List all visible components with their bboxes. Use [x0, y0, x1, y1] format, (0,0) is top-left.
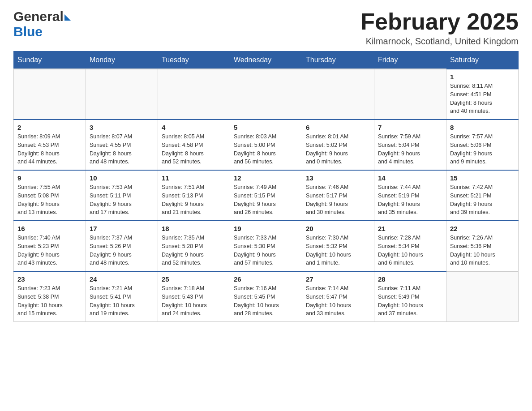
calendar-cell: 25Sunrise: 7:18 AMSunset: 5:43 PMDayligh… [158, 271, 230, 322]
day-number: 20 [306, 225, 370, 232]
day-info: Sunrise: 8:01 AMSunset: 5:02 PMDaylight:… [306, 133, 370, 166]
day-info: Sunrise: 8:07 AMSunset: 4:55 PMDaylight:… [90, 133, 154, 166]
calendar-cell: 10Sunrise: 7:53 AMSunset: 5:11 PMDayligh… [86, 170, 158, 221]
weekday-header-monday: Monday [86, 51, 158, 69]
day-number: 8 [450, 124, 515, 131]
calendar-cell: 22Sunrise: 7:26 AMSunset: 5:36 PMDayligh… [446, 221, 519, 271]
weekday-header-row: SundayMondayTuesdayWednesdayThursdayFrid… [14, 51, 519, 69]
calendar-cell: 3Sunrise: 8:07 AMSunset: 4:55 PMDaylight… [86, 120, 158, 170]
day-number: 24 [90, 275, 154, 283]
weekday-header-tuesday: Tuesday [158, 51, 230, 69]
day-info: Sunrise: 7:59 AMSunset: 5:04 PMDaylight:… [378, 133, 442, 166]
calendar-cell: 6Sunrise: 8:01 AMSunset: 5:02 PMDaylight… [302, 120, 374, 170]
day-number: 19 [234, 225, 298, 232]
calendar-cell: 18Sunrise: 7:35 AMSunset: 5:28 PMDayligh… [158, 221, 230, 271]
calendar-week-1: 1Sunrise: 8:11 AMSunset: 4:51 PMDaylight… [14, 69, 519, 120]
day-info: Sunrise: 7:55 AMSunset: 5:08 PMDaylight:… [17, 183, 82, 217]
day-number: 14 [378, 174, 442, 182]
calendar-cell: 24Sunrise: 7:21 AMSunset: 5:41 PMDayligh… [86, 271, 158, 322]
month-title: February 2025 [360, 9, 519, 34]
calendar-cell [374, 69, 446, 120]
day-number: 16 [17, 225, 82, 232]
day-number: 10 [90, 174, 154, 182]
calendar-cell [86, 69, 158, 120]
day-number: 4 [162, 124, 226, 131]
calendar-cell: 7Sunrise: 7:59 AMSunset: 5:04 PMDaylight… [374, 120, 446, 170]
calendar-cell: 11Sunrise: 7:51 AMSunset: 5:13 PMDayligh… [158, 170, 230, 221]
calendar-week-4: 16Sunrise: 7:40 AMSunset: 5:23 PMDayligh… [14, 221, 519, 271]
day-info: Sunrise: 7:28 AMSunset: 5:34 PMDaylight:… [378, 234, 442, 267]
calendar-cell: 20Sunrise: 7:30 AMSunset: 5:32 PMDayligh… [302, 221, 374, 271]
page-header: General Blue February 2025 Kilmarnock, S… [13, 9, 519, 47]
day-number: 18 [162, 225, 226, 232]
title-block: February 2025 Kilmarnock, Scotland, Unit… [360, 9, 519, 47]
day-number: 2 [17, 124, 82, 131]
day-number: 23 [17, 275, 82, 283]
logo-blue-text: Blue [13, 24, 43, 39]
calendar-cell: 15Sunrise: 7:42 AMSunset: 5:21 PMDayligh… [446, 170, 519, 221]
day-number: 27 [306, 275, 370, 283]
calendar-cell: 21Sunrise: 7:28 AMSunset: 5:34 PMDayligh… [374, 221, 446, 271]
day-info: Sunrise: 8:03 AMSunset: 5:00 PMDaylight:… [234, 133, 298, 166]
day-info: Sunrise: 7:14 AMSunset: 5:47 PMDaylight:… [306, 284, 370, 318]
day-number: 7 [378, 124, 442, 131]
day-info: Sunrise: 7:30 AMSunset: 5:32 PMDaylight:… [306, 234, 370, 267]
day-number: 15 [450, 174, 515, 182]
calendar-cell: 9Sunrise: 7:55 AMSunset: 5:08 PMDaylight… [14, 170, 86, 221]
day-info: Sunrise: 7:44 AMSunset: 5:19 PMDaylight:… [378, 183, 442, 217]
calendar-cell: 27Sunrise: 7:14 AMSunset: 5:47 PMDayligh… [302, 271, 374, 322]
day-info: Sunrise: 7:42 AMSunset: 5:21 PMDaylight:… [450, 183, 515, 217]
calendar-week-5: 23Sunrise: 7:23 AMSunset: 5:38 PMDayligh… [14, 271, 519, 322]
day-number: 26 [234, 275, 298, 283]
day-info: Sunrise: 8:09 AMSunset: 4:53 PMDaylight:… [17, 133, 82, 166]
day-info: Sunrise: 7:51 AMSunset: 5:13 PMDaylight:… [162, 183, 226, 217]
calendar-cell: 4Sunrise: 8:05 AMSunset: 4:58 PMDaylight… [158, 120, 230, 170]
weekday-header-wednesday: Wednesday [230, 51, 302, 69]
day-info: Sunrise: 7:21 AMSunset: 5:41 PMDaylight:… [90, 284, 154, 318]
day-number: 9 [17, 174, 82, 182]
calendar-cell: 23Sunrise: 7:23 AMSunset: 5:38 PMDayligh… [14, 271, 86, 322]
day-info: Sunrise: 7:18 AMSunset: 5:43 PMDaylight:… [162, 284, 226, 318]
day-number: 11 [162, 174, 226, 182]
calendar-cell: 16Sunrise: 7:40 AMSunset: 5:23 PMDayligh… [14, 221, 86, 271]
day-info: Sunrise: 7:53 AMSunset: 5:11 PMDaylight:… [90, 183, 154, 217]
calendar-table: SundayMondayTuesdayWednesdayThursdayFrid… [13, 51, 519, 322]
calendar-cell: 28Sunrise: 7:11 AMSunset: 5:49 PMDayligh… [374, 271, 446, 322]
day-info: Sunrise: 7:33 AMSunset: 5:30 PMDaylight:… [234, 234, 298, 267]
calendar-cell [158, 69, 230, 120]
calendar-cell: 1Sunrise: 8:11 AMSunset: 4:51 PMDaylight… [446, 69, 519, 120]
day-number: 25 [162, 275, 226, 283]
day-info: Sunrise: 8:11 AMSunset: 4:51 PMDaylight:… [450, 82, 515, 116]
logo-arrow-icon [64, 14, 71, 21]
day-info: Sunrise: 7:26 AMSunset: 5:36 PMDaylight:… [450, 234, 515, 267]
day-info: Sunrise: 7:35 AMSunset: 5:28 PMDaylight:… [162, 234, 226, 267]
day-info: Sunrise: 7:16 AMSunset: 5:45 PMDaylight:… [234, 284, 298, 318]
calendar-cell [446, 271, 519, 322]
day-info: Sunrise: 8:05 AMSunset: 4:58 PMDaylight:… [162, 133, 226, 166]
day-number: 3 [90, 124, 154, 131]
calendar-cell: 26Sunrise: 7:16 AMSunset: 5:45 PMDayligh… [230, 271, 302, 322]
day-number: 6 [306, 124, 370, 131]
day-number: 1 [450, 73, 515, 81]
calendar-cell [14, 69, 86, 120]
day-number: 13 [306, 174, 370, 182]
calendar-cell [230, 69, 302, 120]
day-info: Sunrise: 7:37 AMSunset: 5:26 PMDaylight:… [90, 234, 154, 267]
day-info: Sunrise: 7:49 AMSunset: 5:15 PMDaylight:… [234, 183, 298, 217]
day-info: Sunrise: 7:57 AMSunset: 5:06 PMDaylight:… [450, 133, 515, 166]
calendar-cell: 13Sunrise: 7:46 AMSunset: 5:17 PMDayligh… [302, 170, 374, 221]
calendar-cell: 8Sunrise: 7:57 AMSunset: 5:06 PMDaylight… [446, 120, 519, 170]
calendar-cell: 2Sunrise: 8:09 AMSunset: 4:53 PMDaylight… [14, 120, 86, 170]
day-number: 28 [378, 275, 442, 283]
calendar-cell: 12Sunrise: 7:49 AMSunset: 5:15 PMDayligh… [230, 170, 302, 221]
logo: General Blue [13, 9, 71, 39]
logo-general-text: General [13, 9, 64, 24]
day-info: Sunrise: 7:23 AMSunset: 5:38 PMDaylight:… [17, 284, 82, 318]
calendar-cell [302, 69, 374, 120]
day-number: 22 [450, 225, 515, 232]
day-info: Sunrise: 7:11 AMSunset: 5:49 PMDaylight:… [378, 284, 442, 318]
day-number: 17 [90, 225, 154, 232]
day-number: 21 [378, 225, 442, 232]
calendar-cell: 17Sunrise: 7:37 AMSunset: 5:26 PMDayligh… [86, 221, 158, 271]
location-text: Kilmarnock, Scotland, United Kingdom [360, 36, 519, 47]
